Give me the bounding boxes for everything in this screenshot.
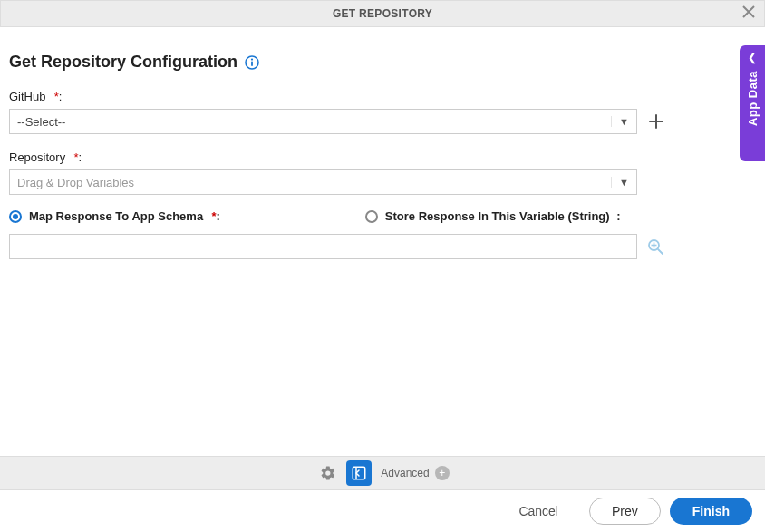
- info-icon[interactable]: [245, 55, 259, 70]
- github-label: GitHub *:: [9, 90, 62, 103]
- response-radio-group: Map Response To App Schema *: Store Resp…: [9, 209, 756, 223]
- response-value-input[interactable]: [9, 234, 637, 259]
- repository-select[interactable]: Drag & Drop Variables ▼: [9, 169, 637, 195]
- dialog-header: GET REPOSITORY: [0, 0, 765, 27]
- store-response-radio[interactable]: Store Response In This Variable (String)…: [365, 209, 621, 223]
- close-icon[interactable]: [742, 5, 755, 22]
- schema-lookup-icon[interactable]: [646, 237, 664, 256]
- plus-circle-icon: +: [435, 466, 450, 480]
- app-data-side-tab[interactable]: ❯ App Data: [740, 45, 765, 161]
- caret-down-icon: ▼: [611, 116, 629, 127]
- map-response-radio[interactable]: Map Response To App Schema *:: [9, 209, 220, 223]
- colon: :: [616, 209, 620, 223]
- svg-point-1: [251, 58, 253, 60]
- layout-button[interactable]: [346, 460, 372, 486]
- caret-down-icon: ▼: [611, 177, 629, 188]
- side-tab-label: App Data: [746, 71, 760, 126]
- svg-rect-2: [251, 61, 253, 65]
- advanced-label-text: Advanced: [381, 467, 429, 479]
- layout-icon: [351, 465, 367, 481]
- store-response-label: Store Response In This Variable (String): [385, 209, 610, 223]
- add-github-button[interactable]: [644, 110, 668, 133]
- dialog-body: Get Repository Configuration GitHub *: -…: [0, 27, 765, 268]
- radio-selected-icon: [9, 210, 22, 223]
- cancel-button[interactable]: Cancel: [497, 498, 580, 525]
- chevron-left-icon: ❯: [748, 53, 757, 65]
- colon: :: [78, 150, 82, 164]
- dialog-title: GET REPOSITORY: [333, 7, 432, 20]
- settings-button[interactable]: [315, 460, 341, 486]
- radio-unselected-icon: [365, 210, 378, 223]
- colon: :: [216, 209, 219, 223]
- page-title-text: Get Repository Configuration: [9, 53, 237, 72]
- dialog-button-row: Cancel Prev Finish: [497, 498, 752, 525]
- map-response-label: Map Response To App Schema: [29, 209, 203, 223]
- github-select[interactable]: --Select-- ▼: [9, 109, 637, 134]
- repository-label-text: Repository: [9, 150, 65, 164]
- repository-field-block: Repository *: Drag & Drop Variables ▼: [9, 149, 756, 195]
- github-field-block: GitHub *: --Select-- ▼: [9, 88, 756, 134]
- gear-icon: [320, 465, 336, 481]
- github-selected-value: --Select--: [17, 115, 65, 129]
- repository-label: Repository *:: [9, 150, 82, 164]
- colon: :: [59, 90, 63, 103]
- prev-button[interactable]: Prev: [589, 498, 661, 525]
- advanced-toggle[interactable]: Advanced +: [381, 466, 449, 480]
- page-title: Get Repository Configuration: [9, 53, 259, 72]
- github-label-text: GitHub: [9, 90, 45, 103]
- footer-toolbar: Advanced +: [0, 456, 765, 490]
- finish-button[interactable]: Finish: [670, 498, 752, 525]
- repository-placeholder: Drag & Drop Variables: [17, 176, 134, 189]
- svg-rect-7: [353, 467, 366, 479]
- svg-line-4: [658, 249, 663, 254]
- response-value-row: [9, 234, 756, 259]
